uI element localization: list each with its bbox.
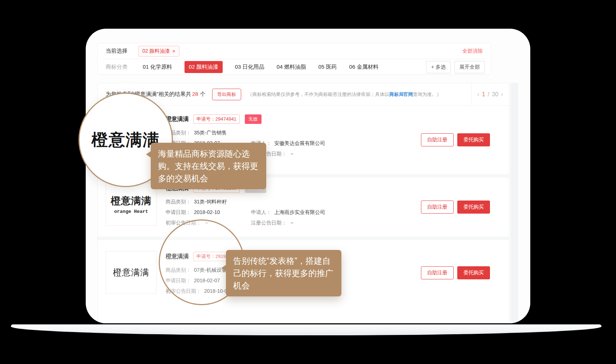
self-register-button[interactable]: 自助注册 <box>421 266 454 279</box>
applicant-value: 上海雨步实业有限公司 <box>274 209 325 215</box>
self-register-button[interactable]: 自助注册 <box>421 201 454 214</box>
current-page: 1 <box>482 91 485 98</box>
thumbnail-text: 橙意满满 <box>113 267 149 278</box>
category-item-03[interactable]: 03 日化用品 <box>235 64 264 70</box>
result-count: 28 <box>192 91 198 97</box>
category-list: 01 化学原料 02 颜料油漆 03 日化用品 04 燃料油脂 05 医药 06… <box>143 61 378 73</box>
tooltip-promotion: 告别传统“发表格”，搭建自己的标行，获得更多的推广机会 <box>226 250 341 296</box>
laptop-base <box>11 324 601 335</box>
row-actions: 自助注册 委托购买 <box>421 133 490 146</box>
app-no-label: 申请号： <box>196 116 215 122</box>
reg-notice-label: 注册公告日期： <box>251 220 287 226</box>
entrust-buy-button[interactable]: 委托购买 <box>457 201 490 214</box>
prev-page-icon[interactable]: ‹ <box>477 90 479 98</box>
row-actions: 自助注册 委托购买 <box>421 201 490 214</box>
laptop-mockup: 当前选择 02 颜料油漆 × 全部清除 商标分类 01 化学原料 02 颜料油漆… <box>0 0 616 364</box>
applicant-label: 申请人： <box>251 209 271 215</box>
disclaimer-post: 查询为准。） <box>413 92 441 97</box>
scrollbar-track[interactable] <box>510 83 518 323</box>
self-register-button[interactable]: 自助注册 <box>421 133 454 146</box>
selected-filter-text: 02 颜料油漆 <box>142 48 170 54</box>
current-selection-row: 当前选择 02 颜料油漆 × 全部清除 <box>98 43 491 59</box>
pagination: ‹ 1 / 30 › <box>471 83 509 105</box>
category-value: 31类-饲料种籽 <box>194 199 227 205</box>
category-tools: + 多选 展开全部 <box>426 61 485 73</box>
status-badge-invalid: 无效 <box>245 114 262 124</box>
thumbnail-subtext: orange Heart <box>114 209 148 214</box>
result-count-unit: 个 <box>200 91 206 97</box>
category-filter-label: 商标分类 <box>106 64 127 70</box>
disclaimer: （商标检索结果仅供参考，不作为商标能否注册的法律依据；具体以商标局官网查询为准。… <box>248 91 441 98</box>
applicant-value: 安徽美达会展有限公司 <box>274 140 325 146</box>
summary-mid: ”相关的结果共 <box>157 91 191 97</box>
multi-select-button[interactable]: + 多选 <box>426 61 451 73</box>
filter-panel: 当前选择 02 颜料油漆 × 全部清除 商标分类 01 化学原料 02 颜料油漆… <box>97 43 491 75</box>
magnified-trademark-text: 橙意满满 <box>92 129 160 151</box>
entrust-buy-button[interactable]: 委托购买 <box>457 133 490 146</box>
tooltip-text: 海量精品商标资源随心选购。支持在线交易，获得更多的交易机会 <box>158 149 258 183</box>
category-item-05[interactable]: 05 医药 <box>318 64 337 70</box>
tooltip-marketplace: 海量精品商标资源随心选购。支持在线交易，获得更多的交易机会 <box>151 143 266 189</box>
thumbnail-text: 橙意满满 <box>111 194 151 207</box>
export-trademarks-button[interactable]: 导出商标 <box>212 89 241 100</box>
category-item-02-selected[interactable]: 02 颜料油漆 <box>185 61 223 73</box>
reg-notice-value: － <box>289 220 295 226</box>
category-item-01[interactable]: 01 化学原料 <box>143 64 172 70</box>
reg-notice-value: － <box>289 151 295 157</box>
entrust-buy-button[interactable]: 委托购买 <box>457 266 490 279</box>
page-separator: / <box>488 91 489 98</box>
trademark-thumbnail[interactable]: 橙意满满 <box>106 251 157 294</box>
category-value: 35类-广告销售 <box>194 130 227 136</box>
category-row: 商标分类 01 化学原料 02 颜料油漆 03 日化用品 04 燃料油脂 05 … <box>98 59 491 75</box>
selected-filter-chip[interactable]: 02 颜料油漆 × <box>138 46 179 57</box>
apply-date-value: 2018-02-10 <box>194 209 220 215</box>
apply-date-label: 申请日期： <box>166 209 191 215</box>
remove-filter-icon[interactable]: × <box>172 48 175 54</box>
current-selection-label: 当前选择 <box>106 48 127 54</box>
tooltip-text: 告别传统“发表格”，搭建自己的标行，获得更多的推广机会 <box>233 256 333 290</box>
category-item-06[interactable]: 06 金属材料 <box>349 64 378 70</box>
application-no-chip: 申请号：29474941 <box>193 114 240 124</box>
clear-all-button[interactable]: 全部清除 <box>462 48 483 54</box>
disclaimer-pre: （商标检索结果仅供参考，不作为商标能否注册的法律依据；具体以 <box>248 92 389 97</box>
category-label: 商品类别： <box>166 199 191 205</box>
app-no-value: 29474941 <box>215 116 236 122</box>
total-pages: 30 <box>492 91 498 98</box>
trademark-office-link[interactable]: 商标局官网 <box>389 92 413 97</box>
trademark-thumbnail[interactable]: 橙意满满 orange Heart <box>106 183 157 226</box>
next-page-icon[interactable]: › <box>501 90 503 98</box>
category-item-04[interactable]: 04 燃料油脂 <box>277 64 306 70</box>
row-actions: 自助注册 委托购买 <box>421 266 490 279</box>
expand-all-button[interactable]: 展开全部 <box>454 61 485 73</box>
row-separator <box>98 236 509 240</box>
results-header: 为您检索到“橙意满满”相关的结果共28个 导出商标 （商标检索结果仅供参考，不作… <box>98 83 509 106</box>
